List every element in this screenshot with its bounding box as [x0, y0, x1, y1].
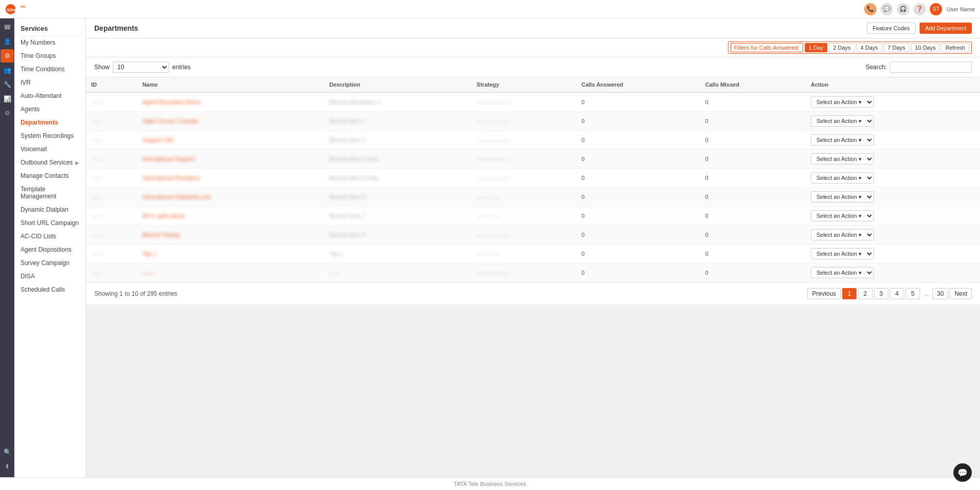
action-select-row-1[interactable]: Select an Action ▾: [811, 115, 874, 127]
table-row: ——International SupportBlurred desc 4 lo…: [86, 150, 980, 169]
cell-0-row-6: ——: [86, 207, 137, 226]
pagination-page-5-button[interactable]: 5: [906, 288, 920, 299]
cell-6-row-1[interactable]: Select an Action ▾: [806, 112, 980, 131]
sidebar-item-scheduled-calls[interactable]: Scheduled Calls: [14, 283, 86, 296]
action-select-row-8[interactable]: Select an Action ▾: [811, 248, 874, 259]
col-name: Name: [137, 77, 324, 93]
sidebar-item-agent-dispositions[interactable]: Agent Dispositions: [14, 243, 86, 256]
sidebar-item-voicemail[interactable]: Voicemail: [14, 142, 86, 156]
sidebar-item-departments[interactable]: Departments: [14, 116, 86, 129]
user-top-icon[interactable]: ST: [930, 3, 942, 15]
cell-6-row-0[interactable]: Select an Action ▾: [806, 92, 980, 112]
sidebar-item-time-groups[interactable]: Time Groups: [14, 49, 86, 63]
cell-6-row-3[interactable]: Select an Action ▾: [806, 150, 980, 169]
cell-3-row-9: ——————: [471, 263, 576, 282]
sidebar-item-outbound-services[interactable]: Outbound Services▶: [14, 156, 86, 169]
filter-2days-button[interactable]: 2 Days: [829, 43, 854, 52]
pagination-next-button[interactable]: Next: [950, 288, 972, 299]
cell-4-row-8: 0: [576, 244, 700, 263]
chat-bubble-icon: 💬: [957, 468, 968, 478]
pagination-page-30-button[interactable]: 30: [932, 288, 948, 299]
sidebar-item-auto-attendant[interactable]: Auto-Attendant: [14, 89, 86, 103]
chat-top-icon[interactable]: 💬: [881, 3, 893, 15]
filter-1day-button[interactable]: 1 Day: [805, 43, 828, 52]
download-bottom-icon[interactable]: ⬇: [1, 460, 14, 473]
cell-3-row-3: ——————: [471, 150, 576, 169]
settings2-nav-icon[interactable]: ⚙: [1, 107, 14, 120]
cell-6-row-9[interactable]: Select an Action ▾: [806, 263, 980, 282]
pagination-buttons: Previous 1 2 3 4 5 ... 30 Next: [807, 288, 972, 299]
cell-6-row-6[interactable]: Select an Action ▾: [806, 207, 980, 226]
sidebar-item-agents[interactable]: Agents: [14, 103, 86, 116]
phone-top-icon[interactable]: 📞: [864, 3, 877, 15]
svg-text:360: 360: [20, 5, 26, 8]
cell-2-row-2: Blurred desc 3: [324, 131, 472, 150]
feature-codes-button[interactable]: Feature Codes: [867, 23, 915, 34]
team-nav-icon[interactable]: 👥: [1, 64, 14, 77]
pagination-page-3-button[interactable]: 3: [874, 288, 888, 299]
phone-nav-icon[interactable]: ☎: [1, 21, 14, 34]
sidebar-item-accid-lists[interactable]: AC-CID Lists: [14, 230, 86, 243]
cell-5-row-1: 0: [700, 112, 806, 131]
filter-10days-button[interactable]: 10 Days: [911, 43, 940, 52]
sidebar-item-template-management[interactable]: Template Management: [14, 182, 86, 203]
cell-3-row-1: ——————: [471, 112, 576, 131]
cell-1-row-2: Support 100: [137, 131, 324, 150]
chat-bubble[interactable]: 💬: [953, 463, 972, 482]
tools-nav-icon[interactable]: 🔧: [1, 78, 14, 91]
action-select-row-2[interactable]: Select an Action ▾: [811, 134, 874, 146]
entries-select[interactable]: 10 25 50 100: [113, 62, 169, 73]
cell-5-row-9: 0: [700, 263, 806, 282]
sidebar-item-my-numbers[interactable]: My Numbers: [14, 36, 86, 49]
search-input[interactable]: [890, 62, 972, 73]
filter-7days-button[interactable]: 7 Days: [884, 43, 909, 52]
action-select-row-5[interactable]: Select an Action ▾: [811, 191, 874, 202]
cell-6-row-7[interactable]: Select an Action ▾: [806, 226, 980, 244]
sidebar-item-time-conditions[interactable]: Time Conditions: [14, 63, 86, 76]
search-bottom-icon[interactable]: 🔍: [1, 445, 14, 459]
cell-2-row-4: Blurred desc 5 long: [324, 169, 472, 188]
add-department-button[interactable]: Add Department: [920, 23, 972, 34]
sidebar-item-manage-contacts[interactable]: Manage Contacts: [14, 169, 86, 182]
sidebar-item-system-recordings[interactable]: System Recordings: [14, 129, 86, 142]
sidebar-item-survey-campaign[interactable]: Survey Campaign: [14, 256, 86, 270]
action-select-row-4[interactable]: Select an Action ▾: [811, 172, 874, 183]
contacts-nav-icon[interactable]: 👤: [1, 35, 14, 48]
action-select-row-0[interactable]: Select an Action ▾: [811, 96, 874, 108]
cell-6-row-2[interactable]: Select an Action ▾: [806, 131, 980, 150]
pagination-page-2-button[interactable]: 2: [858, 288, 872, 299]
cell-6-row-4[interactable]: Select an Action ▾: [806, 169, 980, 188]
sidebar-item-short-url[interactable]: Short URL Campaign: [14, 216, 86, 230]
sidebar-item-ivr[interactable]: IVR: [14, 76, 86, 89]
action-select-row-3[interactable]: Select an Action ▾: [811, 153, 874, 165]
cell-3-row-4: ——————: [471, 169, 576, 188]
action-select-row-9[interactable]: Select an Action ▾: [811, 267, 874, 278]
pagination-previous-button[interactable]: Previous: [807, 288, 841, 299]
content-header: Departments Feature Codes Add Department: [86, 18, 980, 38]
action-select-row-7[interactable]: Select an Action ▾: [811, 229, 874, 240]
headset-top-icon[interactable]: 🎧: [897, 3, 909, 15]
filter-refresh-button[interactable]: Refresh: [941, 43, 969, 52]
sidebar-item-dynamic-dialplan[interactable]: Dynamic Dialplan: [14, 203, 86, 216]
cell-3-row-7: ——————: [471, 226, 576, 244]
reports-nav-icon[interactable]: 📊: [1, 92, 14, 106]
icon-bar: ☎ 👤 ⚙ 👥 🔧 📊 ⚙ 🔍 ⬇: [0, 18, 14, 477]
cell-1-row-8: Tap 1: [137, 244, 324, 263]
pagination-page-4-button[interactable]: 4: [890, 288, 904, 299]
col-action: Action: [806, 77, 980, 93]
services-nav-icon[interactable]: ⚙: [1, 49, 14, 63]
help-top-icon[interactable]: ❓: [913, 3, 926, 15]
filter-4days-button[interactable]: 4 Days: [857, 43, 882, 52]
cell-1-row-9: ——: [137, 263, 324, 282]
cell-2-row-6: Blurred desc 7: [324, 207, 472, 226]
cell-0-row-4: ——: [86, 169, 137, 188]
cell-6-row-5[interactable]: Select an Action ▾: [806, 188, 980, 207]
cell-1-row-7: Blurred Testing: [137, 226, 324, 244]
sidebar-item-disa[interactable]: DISA: [14, 270, 86, 283]
pagination-page-1-button[interactable]: 1: [842, 288, 857, 299]
cell-3-row-5: —— ——: [471, 188, 576, 207]
table-row: ——Tap 1Tap 1—— ——00Select an Action ▾: [86, 244, 980, 263]
cell-6-row-8[interactable]: Select an Action ▾: [806, 244, 980, 263]
action-select-row-6[interactable]: Select an Action ▾: [811, 210, 874, 221]
content-area: Departments Feature Codes Add Department…: [86, 18, 980, 477]
